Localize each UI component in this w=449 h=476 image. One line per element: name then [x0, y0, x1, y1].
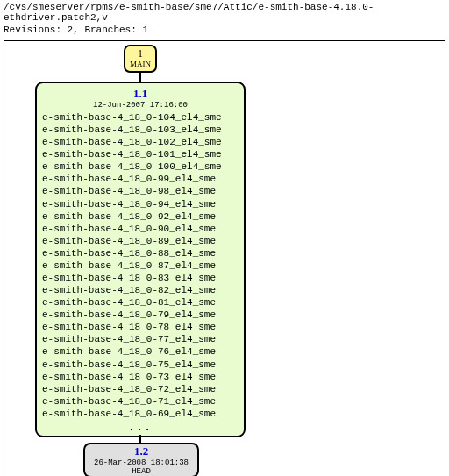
- tag-entry: e-smith-base-4_18_0-100_el4_sme: [42, 160, 239, 173]
- tags-ellipsis: ...: [42, 422, 239, 434]
- tag-entry: e-smith-base-4_18_0-76_el4_sme: [42, 345, 239, 358]
- tag-entry: e-smith-base-4_18_0-101_el4_sme: [42, 148, 239, 160]
- head-label: HEAD: [132, 467, 151, 476]
- connector-line: [139, 73, 141, 82]
- tag-entry: e-smith-base-4_18_0-99_el4_sme: [42, 173, 239, 185]
- tag-entry: e-smith-base-4_18_0-92_el4_sme: [42, 210, 239, 223]
- tag-entry: e-smith-base-4_18_0-88_el4_sme: [42, 247, 239, 259]
- revision-date: 12-Jun-2007 17:16:00: [42, 101, 239, 110]
- tag-entry: e-smith-base-4_18_0-78_el4_sme: [42, 321, 239, 333]
- branch-number: 1: [138, 48, 143, 60]
- tag-entry: e-smith-base-4_18_0-69_el4_sme: [42, 408, 239, 420]
- tag-entry: e-smith-base-4_18_0-87_el4_sme: [42, 259, 239, 272]
- branch-label-main[interactable]: 1 MAIN: [124, 45, 157, 73]
- revisions-info: Revisions: 2, Branches: 1: [0, 25, 449, 40]
- tag-entry: e-smith-base-4_18_0-102_el4_sme: [42, 136, 239, 148]
- tag-entry: e-smith-base-4_18_0-73_el4_sme: [42, 371, 239, 383]
- revision-node-1-1[interactable]: 1.1 12-Jun-2007 17:16:00 e-smith-base-4_…: [35, 82, 246, 437]
- revision-node-1-2[interactable]: 1.2 26-Mar-2008 18:01:38 HEAD: [83, 443, 199, 476]
- tag-entry: e-smith-base-4_18_0-75_el4_sme: [42, 359, 239, 371]
- revision-date: 26-Mar-2008 18:01:38: [94, 458, 189, 467]
- revision-graph: 1 MAIN 1.1 12-Jun-2007 17:16:00 e-smith-…: [4, 40, 445, 476]
- tag-entry: e-smith-base-4_18_0-90_el4_sme: [42, 223, 239, 235]
- tag-entry: e-smith-base-4_18_0-82_el4_sme: [42, 284, 239, 296]
- revision-number: 1.2: [134, 444, 148, 458]
- tag-entry: e-smith-base-4_18_0-89_el4_sme: [42, 235, 239, 247]
- tag-entry: e-smith-base-4_18_0-104_el4_sme: [42, 111, 239, 124]
- tag-entry: e-smith-base-4_18_0-103_el4_sme: [42, 124, 239, 136]
- tag-entry: e-smith-base-4_18_0-94_el4_sme: [42, 198, 239, 210]
- tag-entry: e-smith-base-4_18_0-72_el4_sme: [42, 383, 239, 395]
- branch-name: MAIN: [130, 60, 151, 69]
- tag-entry: e-smith-base-4_18_0-77_el4_sme: [42, 333, 239, 345]
- tag-entry: e-smith-base-4_18_0-79_el4_sme: [42, 309, 239, 321]
- tag-entry: e-smith-base-4_18_0-81_el4_sme: [42, 296, 239, 309]
- tag-entry: e-smith-base-4_18_0-83_el4_sme: [42, 272, 239, 284]
- revision-number: 1.1: [42, 87, 239, 101]
- path-text: /cvs/smeserver/rpms/e-smith-base/sme7/At…: [0, 0, 449, 25]
- tag-entry: e-smith-base-4_18_0-71_el4_sme: [42, 395, 239, 408]
- tag-entry: e-smith-base-4_18_0-98_el4_sme: [42, 185, 239, 197]
